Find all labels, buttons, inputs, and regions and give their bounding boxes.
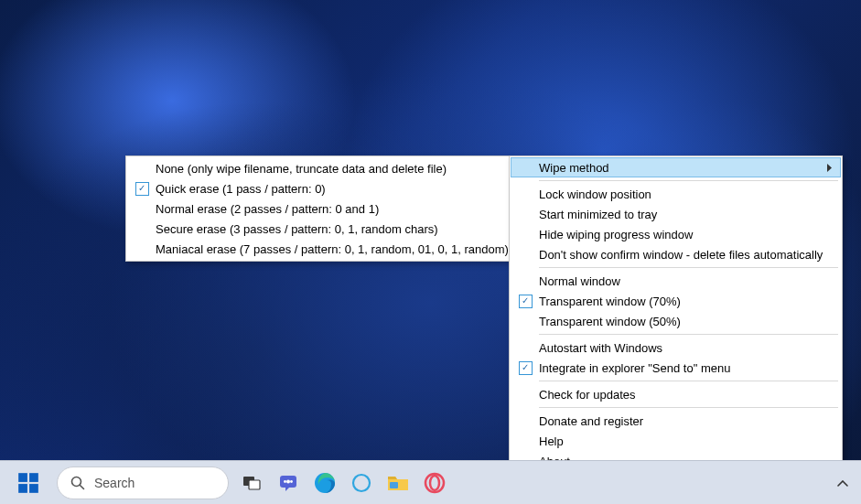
menu-item-wipe-method[interactable]: Wipe method: [511, 157, 841, 177]
edge-icon: [313, 471, 337, 495]
taskbar-file-explorer[interactable]: [384, 469, 412, 497]
folder-icon: [386, 472, 410, 494]
menu-label: Donate and register: [539, 414, 840, 428]
submenu-label: Secure erase (3 passes / pattern: 0, 1, …: [156, 222, 507, 236]
task-view-icon: [242, 473, 262, 493]
taskbar-opera[interactable]: [421, 469, 448, 497]
menu-item-start-minimized[interactable]: Start minimized to tray: [511, 204, 840, 224]
menu-label: Integrate in explorer "Send to" menu: [539, 361, 840, 375]
menu-label: Start minimized to tray: [539, 208, 840, 221]
submenu-label: None (only wipe filename, truncate data …: [156, 162, 507, 176]
menu-item-autostart[interactable]: Autostart with Windows: [511, 338, 840, 358]
submenu-label: Maniacal erase (7 passes / pattern: 0, 1…: [156, 242, 518, 256]
check-icon: ✓: [519, 295, 533, 308]
svg-point-11: [290, 480, 293, 483]
svg-line-5: [80, 485, 83, 488]
menu-separator: [539, 381, 838, 381]
svg-rect-3: [29, 484, 38, 493]
submenu-item-secure-erase[interactable]: Secure erase (3 passes / pattern: 0, 1, …: [128, 219, 507, 239]
submenu-check-gutter: ✓: [128, 182, 156, 196]
menu-separator: [539, 334, 838, 335]
menu-check-gutter: ✓: [511, 295, 539, 308]
menu-label: Lock window position: [539, 188, 840, 201]
menu-label: Wipe method: [539, 161, 825, 175]
menu-item-transparent-50[interactable]: Transparent window (50%): [511, 311, 840, 331]
taskbar: Search: [0, 460, 861, 504]
menu-item-help[interactable]: Help: [511, 431, 840, 451]
taskbar-cortana[interactable]: [348, 469, 375, 497]
submenu-item-normal-erase[interactable]: Normal erase (2 passes / pattern: 0 and …: [128, 198, 507, 219]
menu-item-no-confirm[interactable]: Don't show confirm window - delete files…: [511, 244, 840, 264]
svg-rect-14: [390, 482, 398, 488]
menu-item-integrate-send-to[interactable]: ✓ Integrate in explorer "Send to" menu: [511, 358, 840, 378]
check-icon: ✓: [135, 182, 149, 196]
taskbar-chat[interactable]: [274, 469, 302, 497]
menu-separator: [539, 180, 838, 181]
taskbar-search[interactable]: Search: [57, 466, 229, 499]
submenu-item-maniacal-erase[interactable]: Maniacal erase (7 passes / pattern: 0, 1…: [128, 239, 507, 259]
menu-item-lock-window-position[interactable]: Lock window position: [511, 184, 840, 204]
menu-separator: [539, 267, 838, 268]
wipe-method-submenu: None (only wipe filename, truncate data …: [125, 155, 510, 262]
taskbar-edge[interactable]: [311, 469, 339, 497]
menu-label: Hide wiping progress window: [539, 228, 840, 241]
menu-label: Transparent window (70%): [539, 295, 840, 308]
svg-rect-0: [18, 473, 27, 482]
search-placeholder: Search: [94, 476, 135, 490]
svg-point-10: [284, 480, 286, 483]
windows-logo-icon: [16, 471, 40, 495]
context-menu: Wipe method Lock window position Start m…: [509, 155, 843, 494]
opera-icon: [424, 472, 446, 494]
svg-rect-1: [29, 473, 38, 482]
menu-item-donate[interactable]: Donate and register: [511, 411, 840, 431]
svg-rect-7: [249, 480, 260, 489]
chevron-up-icon: [837, 480, 848, 488]
menu-label: Don't show confirm window - delete files…: [539, 248, 840, 262]
svg-point-13: [353, 475, 370, 491]
svg-rect-2: [18, 484, 27, 493]
taskbar-task-view[interactable]: [238, 469, 265, 497]
system-tray: [837, 476, 852, 490]
menu-item-transparent-70[interactable]: ✓ Transparent window (70%): [511, 291, 840, 311]
start-button[interactable]: [9, 466, 48, 500]
search-icon: [70, 476, 85, 490]
menu-separator: [539, 407, 838, 408]
svg-point-16: [430, 476, 439, 490]
tray-overflow-button[interactable]: [837, 476, 848, 490]
menu-label: Normal window: [539, 274, 840, 288]
submenu-label: Quick erase (1 pass / pattern: 0): [156, 182, 507, 196]
submenu-label: Normal erase (2 passes / pattern: 0 and …: [156, 202, 507, 216]
menu-label: Help: [539, 434, 840, 448]
menu-item-check-updates[interactable]: Check for updates: [511, 384, 840, 404]
chat-icon: [277, 472, 299, 494]
menu-item-hide-progress[interactable]: Hide wiping progress window: [511, 224, 840, 244]
menu-item-normal-window[interactable]: Normal window: [511, 271, 840, 291]
menu-check-gutter: ✓: [511, 361, 539, 375]
submenu-arrow-icon: [825, 164, 840, 172]
cortana-icon: [350, 472, 372, 494]
submenu-item-none[interactable]: None (only wipe filename, truncate data …: [128, 158, 507, 178]
menu-label: Autostart with Windows: [539, 341, 840, 355]
submenu-item-quick-erase[interactable]: ✓ Quick erase (1 pass / pattern: 0): [128, 178, 507, 198]
svg-point-9: [286, 479, 290, 483]
menu-label: Check for updates: [539, 388, 840, 402]
check-icon: ✓: [519, 361, 533, 375]
menu-label: Transparent window (50%): [539, 315, 840, 328]
